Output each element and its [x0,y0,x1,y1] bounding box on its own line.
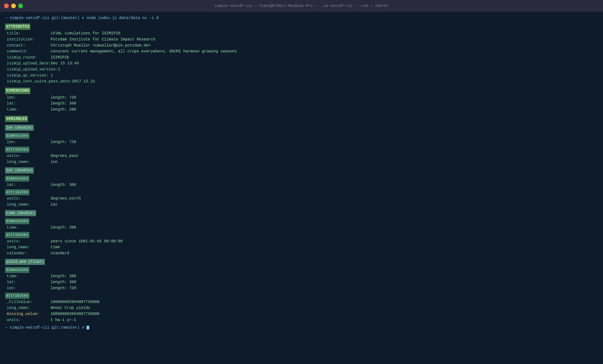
var-lat-dims-header: dimensions [5,176,29,182]
dim-lon: lon:length: 720 [5,95,598,101]
var-yield-attrs-header: attributes [5,293,29,299]
var-yield-dims-header: dimensions [5,267,29,273]
var-time-attrs-header: attributes [5,232,29,238]
command-text: → simple-netcdf-cli git:(master) ✗ node … [5,16,159,20]
attr-contact: contact:Christoph Mueller <cmueller@pik-… [5,43,598,49]
attr-upload-date: isimip_upload_date:Dec 15 13:49 [5,60,598,67]
close-button[interactable] [4,3,9,8]
dim-time: time:length: 200 [5,107,598,113]
minimize-button[interactable] [11,3,16,8]
var-yield-whe: yield_whe (float) dimensions time:length… [5,258,598,323]
var-time-units: units:years since 1661-01-01 00:00:00 [5,239,598,245]
dim-lat: lat:length: 360 [5,101,598,107]
var-yield-dim-lat: lat:length: 360 [5,279,598,285]
var-time-longname: long_name:time [5,244,598,250]
var-time-header: time (double) [5,210,36,216]
terminal-window: simple-netcdf-cli — fidel@FIDELs-MacBook… [0,0,603,364]
attributes-header: ATTRIBUTES [5,23,30,30]
var-lat-attrs-header: attributes [5,189,29,195]
dimensions-header: DIMENSIONS [5,88,30,94]
window-title: simple-netcdf-cli — fidel@FIDELs-MacBook… [215,4,388,8]
var-lon-longname: long_name:lon [5,159,598,165]
var-lon-units: units:degrees_east [5,153,598,159]
var-lon: lon (double) dimensions lon:length: 720 … [5,124,598,165]
var-time-calendar: calendar:standard [5,250,598,256]
var-yield-longname: long_name:Wheat Crop yields [5,305,598,311]
var-lat: lat (double) dimensions lat:length: 360 … [5,166,598,208]
prompt-text: → simple-netcdf-cli git:(master) ✗ [5,325,86,330]
command-line: → simple-netcdf-cli git:(master) ✗ node … [5,15,598,21]
var-lon-attrs-header: attributes [5,147,29,153]
var-yield-units: units:t ha-1 yr-1 [5,317,598,323]
variables-header: VARIABLES [5,116,28,122]
attr-upload-version: isimip_upload_version:1 [5,67,598,73]
maximize-button[interactable] [18,3,23,8]
var-time-dims-header: dimensions [5,218,29,224]
final-prompt-line: → simple-netcdf-cli git:(master) ✗ [5,325,598,331]
attr-title: title:LPJmL simulations for ISIMIP2b [5,31,598,36]
var-lat-dim-lat: lat:length: 360 [5,182,598,188]
traffic-lights [4,3,23,8]
var-lat-units: units:degrees_north [5,196,598,202]
attr-qc-version: isimip_qc_version:1 [5,73,598,79]
var-yield-dim-lon: lon:length: 720 [5,285,598,291]
terminal-body[interactable]: → simple-netcdf-cli git:(master) ✗ node … [0,12,603,364]
var-lon-header: lon (double) [5,125,34,131]
attr-isimip-round: isimip_round:ISIMIP2b [5,55,598,61]
var-yield-dim-time: time:length: 200 [5,273,598,279]
var-time-dim-time: time:length: 200 [5,225,598,231]
var-time: time (double) dimensions time:length: 20… [5,209,598,256]
var-lon-dim-lon: lon:length: 720 [5,139,598,145]
var-yield-whe-header: yield_whe (float) [5,259,45,265]
attributes-section: ATTRIBUTES title:LPJmL simulations for I… [5,22,598,85]
cursor-block [86,326,89,330]
var-yield-fillvalue: _FillValue:100000002004087730000 [5,299,598,305]
variables-section: VARIABLES lon (double) dimensions lon:le… [5,114,598,323]
var-lat-header: lat (double) [5,167,34,173]
var-yield-missing: missing_value:100000002004087730000 [5,311,598,317]
attr-comment3: comment3:constant current management, al… [5,48,598,55]
var-lon-dims-header: dimensions [5,133,29,139]
attr-test-suite: isimip_test_suite_pass_date:2017.12.21 [5,79,598,85]
var-lat-longname: long_name:lat [5,202,598,208]
titlebar: simple-netcdf-cli — fidel@FIDELs-MacBook… [0,0,603,12]
dimensions-section: DIMENSIONS lon:length: 720 lat:length: 3… [5,86,598,113]
attr-institution: institution:Potsdam Institute for Climat… [5,36,598,43]
